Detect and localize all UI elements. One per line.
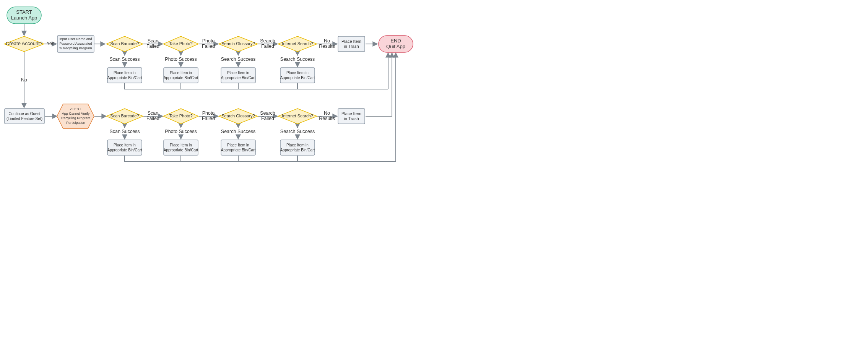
svg-text:Place Item in: Place Item in <box>286 143 309 147</box>
svg-text:Appropriate Bin/Cart: Appropriate Bin/Cart <box>280 148 315 152</box>
edge-label-scansuccess-2: Scan Success <box>109 129 140 134</box>
svg-text:Appropriate Bin/Cart: Appropriate Bin/Cart <box>221 76 256 80</box>
svg-text:Appropriate Bin/Cart: Appropriate Bin/Cart <box>280 76 315 80</box>
edge-label-photosuccess-1: Photo Success <box>165 57 197 62</box>
edge-label-scanfailed-1b: Failed <box>146 44 159 49</box>
svg-text:Place Item in: Place Item in <box>227 71 249 75</box>
svg-text:Internet Search?: Internet Search? <box>282 114 313 118</box>
node-place-bin-1d: Place Item in Appropriate Bin/Cart <box>280 68 315 83</box>
node-internet-search-2: Internet Search? <box>278 109 317 124</box>
svg-text:START: START <box>16 9 32 15</box>
node-place-bin-2c: Place Item in Appropriate Bin/Cart <box>221 140 256 155</box>
edge-label-photofailed-2a: Photo <box>202 110 215 116</box>
node-create-account: Create Account? <box>4 36 44 52</box>
svg-text:Place Item in: Place Item in <box>114 71 136 75</box>
node-place-trash-2: Place Item in Trash <box>338 109 365 124</box>
edge-bin2-bus-a <box>125 156 396 161</box>
edge-label-noresults-1a: No <box>324 38 330 44</box>
edge-label-scanfailed-1a: Scan <box>148 38 159 44</box>
node-place-bin-1a: Place Item in Appropriate Bin/Cart <box>107 68 142 83</box>
node-place-trash-1: Place Item in Trash <box>338 36 365 52</box>
edge-label-photofailed-1b: Failed <box>202 44 215 49</box>
svg-text:Continue as Guest: Continue as Guest <box>9 112 41 116</box>
svg-text:Place Item in: Place Item in <box>227 143 249 147</box>
edge-label-photosuccess-2: Photo Success <box>165 129 197 134</box>
edge-label-searchsuccess-2a: Search Success <box>221 129 255 134</box>
edge-label-yes: Yes <box>47 41 54 46</box>
edge-label-scansuccess-1: Scan Success <box>109 57 140 62</box>
edge-label-searchfailed-1a: Search <box>260 38 275 44</box>
svg-text:Scan Barcode?: Scan Barcode? <box>110 41 139 46</box>
svg-text:Appropriate Bin/Cart: Appropriate Bin/Cart <box>107 148 142 152</box>
svg-text:Appropriate Bin/Cart: Appropriate Bin/Cart <box>164 148 198 152</box>
svg-text:Quit App: Quit App <box>386 44 405 49</box>
svg-text:ALERT: ALERT <box>70 107 81 111</box>
node-alert: ALERT App Cannot Verify Recycling Progra… <box>57 104 94 128</box>
svg-text:Place Item in: Place Item in <box>114 143 136 147</box>
svg-text:Scan Barcode?: Scan Barcode? <box>110 114 139 118</box>
node-take-photo-1: Take Photo? <box>163 36 198 52</box>
edge-label-noresults-1b: Results <box>319 44 335 49</box>
edge-label-searchsuccess-1b: Search Success <box>280 57 315 62</box>
node-place-bin-2d: Place Item in Appropriate Bin/Cart <box>280 140 315 155</box>
edge-bin1-bus-a <box>125 83 388 89</box>
svg-text:Place Item in: Place Item in <box>170 143 192 147</box>
node-place-bin-2b: Place Item in Appropriate Bin/Cart <box>164 140 198 155</box>
svg-text:Place Item in: Place Item in <box>170 71 192 75</box>
node-internet-search-1: Internet Search? <box>278 36 317 52</box>
svg-text:Take Photo?: Take Photo? <box>169 41 192 46</box>
svg-text:Search Glossary?: Search Glossary? <box>221 41 255 46</box>
svg-text:Place Item: Place Item <box>341 39 361 44</box>
svg-text:Place Item: Place Item <box>341 111 361 116</box>
svg-text:Search Glossary?: Search Glossary? <box>221 114 255 118</box>
node-end: END Quit App <box>379 36 413 52</box>
svg-text:App Cannot Verify: App Cannot Verify <box>62 112 90 115</box>
svg-text:Appropriate Bin/Cart: Appropriate Bin/Cart <box>107 76 142 80</box>
edge-label-searchfailed-2a: Search <box>260 110 275 116</box>
node-place-bin-1b: Place Item in Appropriate Bin/Cart <box>164 68 198 83</box>
edge-label-noresults-2a: No <box>324 110 330 116</box>
svg-text:Create Account?: Create Account? <box>6 41 42 46</box>
svg-text:in Trash: in Trash <box>344 116 359 121</box>
svg-text:(Limited Feature Set): (Limited Feature Set) <box>7 117 42 121</box>
node-place-bin-1c: Place Item in Appropriate Bin/Cart <box>221 68 256 83</box>
svg-text:w Recycling Program: w Recycling Program <box>59 46 92 50</box>
svg-text:Take Photo?: Take Photo? <box>169 114 192 118</box>
svg-text:Appropriate Bin/Cart: Appropriate Bin/Cart <box>164 76 198 80</box>
edge-label-photofailed-1a: Photo <box>202 38 215 44</box>
node-scan-barcode-2: Scan Barcode? <box>106 109 143 124</box>
node-take-photo-2: Take Photo? <box>163 109 198 124</box>
edge-label-scanfailed-2b: Failed <box>146 116 159 121</box>
svg-text:Appropriate Bin/Cart: Appropriate Bin/Cart <box>221 148 256 152</box>
edge-label-searchfailed-2b: Failed <box>261 116 274 121</box>
svg-text:Password Associated: Password Associated <box>59 42 92 45</box>
edge-label-photofailed-2b: Failed <box>202 116 215 121</box>
node-scan-barcode-1: Scan Barcode? <box>106 36 143 52</box>
node-place-bin-2a: Place Item in Appropriate Bin/Cart <box>107 140 142 155</box>
svg-text:Place Item in: Place Item in <box>286 71 309 75</box>
svg-text:Recycling Program: Recycling Program <box>61 116 90 120</box>
node-start: START Launch App <box>7 7 41 24</box>
node-guest: Continue as Guest (Limited Feature Set) <box>5 109 44 124</box>
edge-label-searchfailed-1b: Failed <box>261 44 274 49</box>
svg-text:Launch App: Launch App <box>11 15 37 21</box>
svg-text:in Trash: in Trash <box>344 44 359 49</box>
node-input-credentials: Input User Name and Password Associated … <box>57 36 94 52</box>
edge-label-no: No <box>21 77 27 83</box>
edge-label-scanfailed-2a: Scan <box>148 110 159 116</box>
svg-text:Input User Name and: Input User Name and <box>59 37 92 41</box>
svg-text:Participation: Participation <box>66 121 85 125</box>
node-search-glossary-1: Search Glossary? <box>219 36 258 52</box>
svg-text:Internet Search?: Internet Search? <box>282 41 313 46</box>
svg-text:END: END <box>390 38 401 44</box>
edge-label-searchsuccess-2b: Search Success <box>280 129 315 134</box>
node-search-glossary-2: Search Glossary? <box>219 109 258 124</box>
edge-label-searchsuccess-1a: Search Success <box>221 57 255 62</box>
flowchart-canvas: Yes Scan Failed Photo Failed Search Fail… <box>0 0 579 227</box>
edge-label-noresults-2b: Results <box>319 116 335 121</box>
